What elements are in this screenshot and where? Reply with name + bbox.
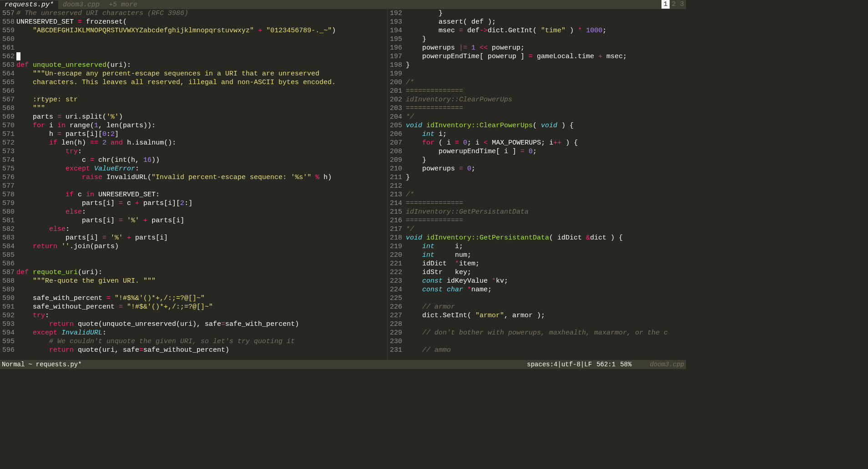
code-line[interactable]: powerups = 0; (406, 165, 686, 173)
code-line[interactable]: parts[i] = c + parts[i][2:] (16, 199, 387, 208)
line-number: 586 (0, 259, 15, 268)
code-line[interactable] (406, 182, 686, 190)
line-number: 208 (388, 147, 402, 156)
code-line[interactable]: ============== (406, 199, 686, 208)
code-line[interactable]: return quote(unquote_unreserved(uri), sa… (16, 320, 387, 329)
code-line[interactable]: ============== (406, 87, 686, 95)
code-line[interactable] (16, 52, 387, 61)
code-line[interactable]: "ABCDEFGHIJKLMNOPQRSTUVWXYZabcdefghijklm… (16, 26, 387, 35)
code-line[interactable] (406, 337, 686, 346)
code-line[interactable]: // ammo (406, 346, 686, 354)
code-line[interactable]: } (406, 9, 686, 18)
code-line[interactable]: for ( i = 0; i < MAX_POWERUPS; i++ ) { (406, 139, 686, 147)
line-number: 196 (388, 44, 402, 52)
code-line[interactable]: } (406, 173, 686, 182)
code-line[interactable]: def requote_uri(uri): (16, 268, 387, 277)
line-number: 557 (0, 9, 15, 18)
code-line[interactable] (16, 35, 387, 44)
tab-other[interactable]: doom3.cpp (58, 0, 104, 9)
code-line[interactable]: except ValueError: (16, 165, 387, 173)
line-number: 587 (0, 268, 15, 277)
pager-3[interactable]: 3 (678, 0, 686, 9)
pager-2[interactable]: 2 (670, 0, 678, 9)
code-line[interactable]: idDict *item; (406, 259, 686, 268)
code-line[interactable]: const char *name; (406, 285, 686, 294)
code-right[interactable]: } assert( def ); msec = def->dict.GetInt… (406, 9, 686, 360)
code-line[interactable]: void idInventory::ClearPowerUps( void ) … (406, 121, 686, 130)
code-line[interactable]: /* (406, 190, 686, 199)
code-line[interactable] (16, 44, 387, 52)
line-number: 558 (0, 18, 15, 26)
code-line[interactable]: """Re-quote the given URI. """ (16, 277, 387, 285)
code-line[interactable]: if len(h) == 2 and h.isalnum(): (16, 139, 387, 147)
code-line[interactable]: idInventory::ClearPowerUps (406, 95, 686, 104)
code-line[interactable]: void idInventory::GetPersistantData( idD… (406, 234, 686, 242)
left-pane[interactable]: 5575585595605615625635645655665675685695… (0, 9, 388, 360)
line-number: 594 (0, 329, 15, 337)
code-line[interactable]: # We couldn't unquote the given URI, so … (16, 337, 387, 346)
line-number: 591 (0, 303, 15, 311)
code-line[interactable]: powerups |= 1 << powerup; (406, 44, 686, 52)
code-line[interactable] (16, 87, 387, 95)
code-line[interactable]: characters. This leaves all reserved, il… (16, 78, 387, 87)
code-line[interactable]: assert( def ); (406, 18, 686, 26)
code-line[interactable]: safe_without_percent = "!#$&'()*+,/:;=?@… (16, 303, 387, 311)
code-line[interactable]: // don't bother with powerups, maxhealth… (406, 329, 686, 337)
code-line[interactable]: */ (406, 225, 686, 234)
code-line[interactable]: for i in range(1, len(parts)): (16, 121, 387, 130)
code-line[interactable]: if c in UNRESERVED_SET: (16, 190, 387, 199)
code-line[interactable]: except InvalidURL: (16, 329, 387, 337)
right-pane[interactable]: 1921931941951961971981992002012022032042… (388, 9, 686, 360)
code-line[interactable]: c = chr(int(h, 16)) (16, 156, 387, 165)
pager-1[interactable]: 1 (661, 0, 670, 9)
code-line[interactable]: # The unreserved URI characters (RFC 398… (16, 9, 387, 18)
code-line[interactable]: else: (16, 208, 387, 216)
code-line[interactable]: powerupEndTime[ i ] = 0; (406, 147, 686, 156)
code-line[interactable]: ============== (406, 216, 686, 225)
code-line[interactable]: try: (16, 311, 387, 320)
code-line[interactable]: else: (16, 225, 387, 234)
code-line[interactable]: msec = def->dict.GetInt( "time" ) * 1000… (406, 26, 686, 35)
tab-active[interactable]: requests.py* (0, 0, 58, 9)
code-line[interactable]: raise InvalidURL("Invalid percent-escape… (16, 173, 387, 182)
code-line[interactable]: """Un-escape any percent-escape sequence… (16, 70, 387, 78)
code-line[interactable]: return ''.join(parts) (16, 242, 387, 251)
code-line[interactable]: safe_with_percent = "!#$%&'()*+,/:;=?@[]… (16, 294, 387, 303)
code-line[interactable]: """ (16, 104, 387, 113)
code-line[interactable] (406, 70, 686, 78)
code-line[interactable]: UNRESERVED_SET = frozenset( (16, 18, 387, 26)
code-line[interactable]: powerupEndTime[ powerup ] = gameLocal.ti… (406, 52, 686, 61)
code-line[interactable]: const idKeyValue *kv; (406, 277, 686, 285)
code-line[interactable]: int i; (406, 130, 686, 139)
code-line[interactable]: /* (406, 78, 686, 87)
code-line[interactable]: } (406, 156, 686, 165)
line-number: 210 (388, 165, 402, 173)
code-line[interactable]: dict.SetInt( "armor", armor ); (406, 311, 686, 320)
code-line[interactable]: // armor (406, 303, 686, 311)
code-line[interactable]: try: (16, 147, 387, 156)
gutter-left: 5575585595605615625635645655665675685695… (0, 9, 16, 360)
code-line[interactable] (406, 320, 686, 329)
code-line[interactable]: return quote(uri, safe=safe_without_perc… (16, 346, 387, 354)
code-line[interactable] (16, 182, 387, 190)
code-line[interactable] (16, 285, 387, 294)
code-line[interactable] (16, 251, 387, 259)
code-line[interactable]: int num; (406, 251, 686, 259)
code-line[interactable]: idStr key; (406, 268, 686, 277)
code-line[interactable]: parts[i] = '%' + parts[i] (16, 234, 387, 242)
code-left[interactable]: # The unreserved URI characters (RFC 398… (16, 9, 387, 360)
code-line[interactable]: int i; (406, 242, 686, 251)
code-line[interactable] (406, 294, 686, 303)
tab-more[interactable]: +5 more (104, 0, 142, 9)
code-line[interactable]: parts = uri.split('%') (16, 113, 387, 121)
code-line[interactable]: h = parts[i][0:2] (16, 130, 387, 139)
code-line[interactable]: ============== (406, 104, 686, 113)
code-line[interactable]: } (406, 35, 686, 44)
code-line[interactable]: */ (406, 113, 686, 121)
code-line[interactable]: def unquote_unreserved(uri): (16, 61, 387, 70)
code-line[interactable]: parts[i] = '%' + parts[i] (16, 216, 387, 225)
code-line[interactable]: } (406, 61, 686, 70)
code-line[interactable]: idInventory::GetPersistantData (406, 208, 686, 216)
code-line[interactable] (16, 259, 387, 268)
code-line[interactable]: :rtype: str (16, 95, 387, 104)
